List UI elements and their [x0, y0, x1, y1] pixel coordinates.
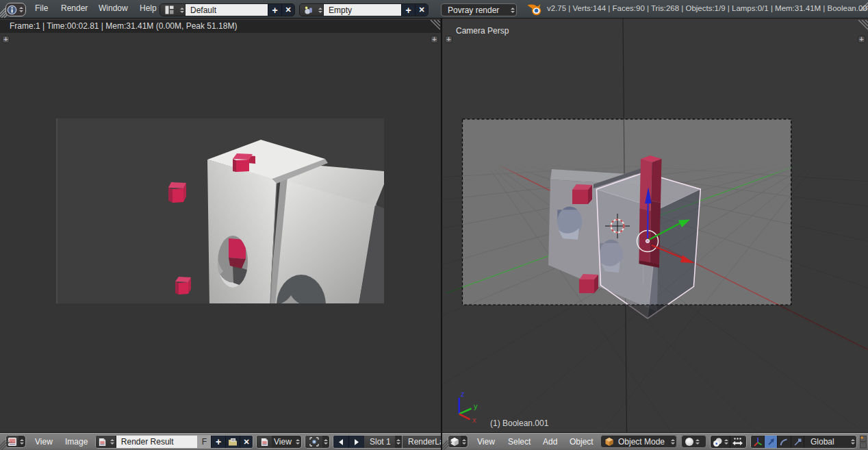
svg-text:Camera Persp: Camera Persp	[456, 26, 509, 36]
svg-text:(1) Boolean.001: (1) Boolean.001	[490, 418, 549, 428]
svg-text:x: x	[472, 416, 476, 424]
svg-text:y: y	[474, 402, 478, 410]
svg-text:z: z	[461, 390, 465, 398]
